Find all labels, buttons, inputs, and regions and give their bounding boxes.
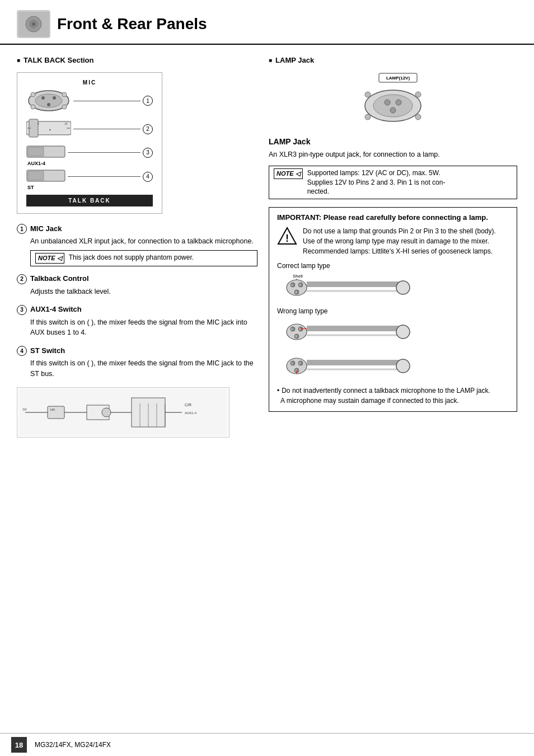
item-4-title: 4 ST Switch [17, 346, 257, 356]
corner-graphic [17, 10, 50, 38]
aux-switch-row: 3 AUX1-4 [26, 145, 153, 166]
svg-text:TP: TP [22, 408, 27, 411]
bullet-warning: •Do not inadvertently connect a talkback… [277, 386, 509, 406]
st-switch-row: 4 ST [26, 170, 153, 190]
item-1-num: 1 [17, 224, 27, 234]
svg-point-46 [365, 92, 371, 97]
svg-rect-23 [28, 171, 44, 180]
talkback-section-header: TALK BACK Section [17, 56, 257, 64]
xlr-connector-diagram [26, 89, 71, 112]
callout-2: 2 [143, 124, 153, 134]
svg-text:▲: ▲ [49, 128, 51, 131]
wrong-lamp-diagram-2: 1 2 3 [277, 351, 509, 380]
svg-point-6 [41, 96, 45, 100]
xlr-row: 1 [26, 89, 153, 112]
item-1-note: NOTE ◁ This jack does not supply phantom… [30, 250, 257, 266]
note-text-lamp: Supported lamps: 12V (AC or DC), max. 5W… [307, 168, 446, 196]
circuit-diagram: C/R AUX1-4 TP HA [17, 387, 229, 438]
talkback-diagram: MIC [17, 72, 174, 214]
callout-1: 1 [143, 96, 153, 106]
wrong-lamp-label: Wrong lamp type [277, 307, 509, 315]
mic-label: MIC [26, 79, 153, 86]
item-2-title: 2 Talkback Control [17, 274, 257, 284]
st-switch [26, 170, 65, 184]
item-3-title: 3 AUX1-4 Switch [17, 305, 257, 315]
item-1-label: MIC Jack [30, 224, 62, 233]
page-number: 18 [11, 737, 27, 753]
svg-text:!: ! [285, 233, 289, 244]
lamp-section-header: LAMP Jack [269, 56, 517, 64]
svg-text:0: 0 [38, 122, 39, 125]
wrong-lamp-diagram-1: 1 2 3 [277, 317, 509, 346]
lamp-note: NOTE ◁ Supported lamps: 12V (AC or DC), … [269, 166, 517, 199]
svg-point-65 [396, 281, 410, 294]
st-label: ST [27, 185, 34, 190]
knob-row: 0 10 ▲ 2 [26, 117, 153, 141]
svg-point-45 [390, 107, 396, 113]
svg-point-87 [396, 359, 410, 373]
talkback-knob: 0 10 ▲ [26, 117, 71, 141]
svg-point-10 [62, 92, 67, 97]
aux-switch [26, 145, 65, 159]
svg-point-49 [415, 114, 421, 120]
page-footer: 18 MG32/14FX, MG24/14FX [0, 733, 534, 756]
svg-rect-21 [28, 147, 44, 156]
item-3-label: AUX1-4 Switch [30, 305, 82, 313]
svg-point-8 [47, 103, 50, 106]
item-4-label: ST Switch [30, 346, 65, 355]
page-header: Front & Rear Panels [0, 0, 534, 45]
talkback-section-title: TALK BACK Section [24, 56, 93, 64]
svg-text:C/R: C/R [185, 403, 191, 407]
item-2-body: Adjusts the talkback level. [30, 287, 257, 297]
item-2-num: 2 [17, 274, 27, 284]
item-3-num: 3 [17, 305, 27, 315]
important-box: IMPORTANT: Please read carefully before … [269, 207, 517, 412]
svg-point-9 [31, 92, 35, 97]
right-column: LAMP Jack LAMP(12V) L [269, 56, 517, 438]
lamp-section-title: LAMP Jack [275, 56, 314, 64]
item-3-body: If this switch is on ( ), the mixer feed… [30, 317, 257, 339]
svg-text:HA: HA [50, 408, 55, 411]
warning-row: ! Do not use a lamp that grounds Pin 2 o… [277, 226, 509, 256]
svg-point-44 [396, 100, 401, 105]
note-text-1: This jack does not supply phantom power. [69, 253, 194, 262]
left-column: TALK BACK Section MIC [17, 56, 257, 438]
talk-back-bar: TALK BACK [26, 195, 153, 206]
item-1-title: 1 MIC Jack [17, 224, 257, 234]
svg-point-11 [31, 105, 35, 109]
page-content: TALK BACK Section MIC [0, 45, 534, 449]
svg-point-29 [102, 408, 111, 417]
svg-point-12 [62, 105, 67, 109]
page-title: Front & Rear Panels [57, 15, 207, 33]
lamp-jack-desc: An XLR3 pin-type output jack, for connec… [269, 149, 517, 160]
item-4-num: 4 [17, 346, 27, 356]
svg-point-3 [32, 22, 35, 26]
svg-text:AUX1-4: AUX1-4 [185, 411, 197, 415]
lamp-jack-diagram: LAMP(12V) [269, 72, 517, 128]
item-1-section: 1 MIC Jack An unbalanced XLR input jack,… [17, 224, 257, 266]
svg-text:LAMP(12V): LAMP(12V) [386, 76, 410, 81]
item-4-section: 4 ST Switch If this switch is on ( ), th… [17, 346, 257, 379]
correct-lamp-diagram: Shell 1 2 3 [277, 272, 509, 302]
item-4-body: If this switch is on ( ), the mixer feed… [30, 358, 257, 379]
item-3-section: 3 AUX1-4 Switch If this switch is on ( )… [17, 305, 257, 339]
note-label-1: NOTE ◁ [35, 253, 64, 264]
svg-text:Shell: Shell [293, 274, 303, 279]
correct-lamp-label: Correct lamp type [277, 262, 509, 270]
footer-model: MG32/14FX, MG24/14FX [35, 741, 111, 749]
svg-point-47 [415, 92, 421, 97]
warning-icon: ! [277, 226, 297, 246]
callout-3: 3 [143, 148, 153, 158]
svg-point-76 [396, 325, 410, 339]
important-title: IMPORTANT: Please read carefully before … [277, 213, 509, 222]
note-label-lamp: NOTE ◁ [274, 168, 303, 179]
svg-point-42 [373, 95, 413, 117]
aux-label: AUX1-4 [27, 161, 45, 166]
svg-point-43 [385, 100, 390, 105]
item-2-label: Talkback Control [30, 274, 89, 283]
warning-text: Do not use a lamp that grounds Pin 2 or … [303, 226, 496, 256]
item-1-body: An unbalanced XLR input jack, for connec… [30, 236, 257, 247]
item-2-section: 2 Talkback Control Adjusts the talkback … [17, 274, 257, 297]
lamp-jack-title: LAMP Jack [269, 137, 517, 146]
callout-4: 4 [143, 172, 153, 182]
